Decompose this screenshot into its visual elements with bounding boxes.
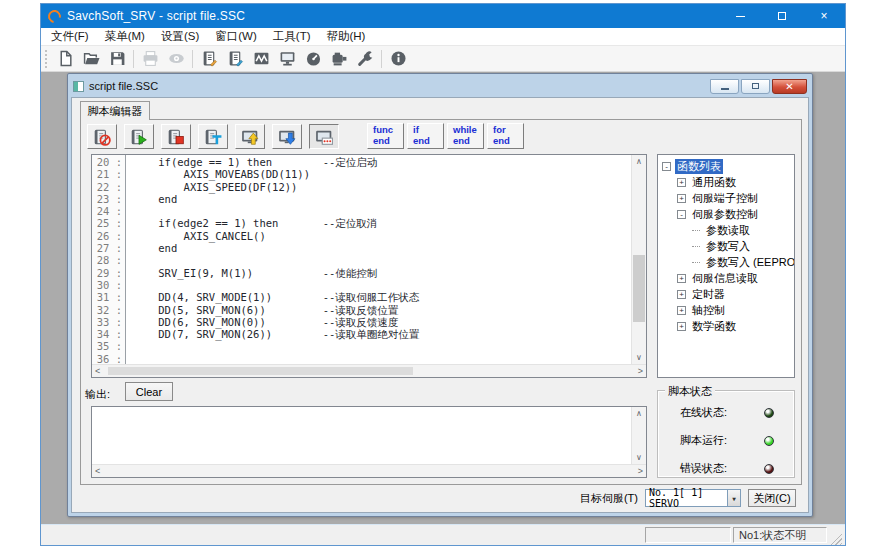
code-area[interactable]: if(edge == 1) then --定位启动 AXIS_MOVEABS(D… (126, 155, 631, 364)
value-monitor-icon (315, 128, 333, 146)
expand-icon[interactable]: + (677, 290, 686, 299)
menu-item-5[interactable]: 帮助(H) (318, 28, 373, 45)
script-transfer-icon (204, 128, 222, 146)
code-line: DD(6, SRV_MON(0)) --读取反馈速度 (133, 316, 631, 328)
scroll-right-icon[interactable]: > (638, 366, 643, 376)
snippet-if-button[interactable]: ifend (407, 123, 444, 149)
clear-output-button[interactable]: Clear (125, 382, 173, 401)
status-row-label: 错误状态: (680, 461, 727, 476)
menu-item-1[interactable]: 菜单(M) (97, 28, 153, 45)
child-close-button[interactable]: ✕ (772, 79, 807, 94)
resize-grip[interactable] (829, 532, 842, 545)
tools-button[interactable] (352, 47, 378, 70)
tree-item-6[interactable]: 参数写入 (EEPROM) (660, 254, 792, 270)
scroll-down-icon[interactable]: ∨ (632, 451, 646, 464)
tree-item-7[interactable]: +伺服信息读取 (660, 270, 792, 286)
motor-button[interactable] (326, 47, 352, 70)
new-file-button[interactable] (52, 47, 78, 70)
tree-item-8[interactable]: +定时器 (660, 286, 792, 302)
function-list-tree: -函数列表+通用函数+伺服端子控制-伺服参数控制参数读取参数写入参数写入 (EE… (657, 154, 795, 378)
expand-icon[interactable]: + (677, 194, 686, 203)
download-from-servo-button[interactable] (272, 124, 302, 149)
monitor-button[interactable] (274, 47, 300, 70)
line-number: 35 : (92, 340, 122, 352)
line-number: 20 : (92, 156, 122, 168)
toolbar-separator (381, 50, 382, 68)
collapse-icon[interactable]: - (662, 162, 671, 171)
script-status-group: 脚本状态 在线状态:脚本运行:错误状态: (657, 390, 795, 478)
tree-item-9[interactable]: +轴控制 (660, 302, 792, 318)
snippet-for-button[interactable]: forend (487, 123, 524, 149)
code-editor[interactable]: 20 :21 :22 :23 :24 :25 :26 :27 :28 :29 :… (91, 154, 647, 378)
output-horizontal-scrollbar[interactable]: < > (92, 464, 646, 477)
snippet-while-button[interactable]: whileend (447, 123, 484, 149)
line-number: 34 : (92, 328, 122, 340)
editor-horizontal-scrollbar[interactable]: < > (92, 364, 646, 377)
scroll-left-icon[interactable]: < (95, 466, 100, 476)
close-script-button[interactable]: 关闭(C) (748, 489, 796, 507)
gauge-button[interactable] (300, 47, 326, 70)
line-number: 29 : (92, 267, 122, 279)
menu-item-2[interactable]: 设置(S) (153, 28, 207, 45)
oscilloscope-button[interactable] (248, 47, 274, 70)
scroll-down-icon[interactable]: ∨ (632, 351, 646, 364)
target-servo-value: No. 1[ 1] SERVO (649, 487, 727, 509)
toolbar-grip[interactable] (45, 50, 49, 68)
script-manager-button[interactable] (222, 47, 248, 70)
close-button[interactable]: × (803, 4, 845, 28)
upload-to-servo-button[interactable] (235, 124, 265, 149)
scroll-left-icon[interactable]: < (95, 366, 100, 376)
scrollbar-thumb[interactable] (108, 367, 413, 375)
tree-item-5[interactable]: 参数写入 (660, 238, 792, 254)
menu-item-4[interactable]: 工具(T) (265, 28, 319, 45)
scroll-up-icon[interactable]: ∧ (632, 155, 646, 168)
save-file-button[interactable] (104, 47, 130, 70)
code-line (133, 205, 631, 217)
scroll-right-icon[interactable]: > (638, 466, 643, 476)
tab-script-editor[interactable]: 脚本编辑器 (80, 101, 150, 120)
script-stop-button[interactable] (161, 124, 191, 149)
script-editor-button[interactable] (196, 47, 222, 70)
collapse-icon[interactable]: - (677, 210, 686, 219)
expand-icon[interactable]: + (677, 322, 686, 331)
tree-item-3[interactable]: -伺服参数控制 (660, 206, 792, 222)
tree-item-label: 轴控制 (690, 303, 727, 318)
open-file-button[interactable] (78, 47, 104, 70)
script-transfer-button[interactable] (198, 124, 228, 149)
tree-item-1[interactable]: +通用函数 (660, 174, 792, 190)
menu-item-0[interactable]: 文件(F) (43, 28, 97, 45)
about-button[interactable] (385, 47, 411, 70)
oscilloscope-icon (253, 50, 270, 67)
child-minimize-button[interactable] (710, 79, 739, 94)
minimize-button[interactable] (719, 4, 761, 28)
scroll-up-icon[interactable]: ∧ (632, 407, 646, 420)
maximize-button[interactable] (761, 4, 803, 28)
tree-leaf-dash-icon (692, 246, 700, 247)
tree-item-4[interactable]: 参数读取 (660, 222, 792, 238)
scrollbar-thumb[interactable] (633, 255, 645, 322)
code-line (133, 340, 631, 352)
tree-item-0[interactable]: -函数列表 (660, 158, 792, 174)
motor-icon (331, 50, 348, 67)
script-status-title: 脚本状态 (665, 384, 715, 399)
target-servo-combobox[interactable]: No. 1[ 1] SERVO ▼ (645, 489, 741, 507)
tree-item-label: 数学函数 (690, 319, 738, 334)
led-off-indicator (764, 464, 774, 474)
snippet-func-button[interactable]: funcend (367, 123, 404, 149)
menu-item-3[interactable]: 窗口(W) (207, 28, 265, 45)
tree-item-2[interactable]: +伺服端子控制 (660, 190, 792, 206)
tree-item-10[interactable]: +数学函数 (660, 318, 792, 334)
expand-icon[interactable]: + (677, 178, 686, 187)
script-run-button[interactable] (124, 124, 154, 149)
child-window-controls: ✕ (708, 79, 807, 94)
child-restore-button[interactable] (741, 79, 770, 94)
editor-vertical-scrollbar[interactable]: ∧ ∨ (631, 155, 646, 364)
dropdown-arrow-icon[interactable]: ▼ (727, 490, 740, 506)
expand-icon[interactable]: + (677, 306, 686, 315)
output-text[interactable] (92, 407, 631, 464)
output-vertical-scrollbar[interactable]: ∧ ∨ (631, 407, 646, 464)
script-check-button[interactable] (87, 124, 117, 149)
expand-icon[interactable]: + (677, 274, 686, 283)
value-monitor-button[interactable] (309, 124, 339, 149)
monitor-icon (279, 50, 296, 67)
